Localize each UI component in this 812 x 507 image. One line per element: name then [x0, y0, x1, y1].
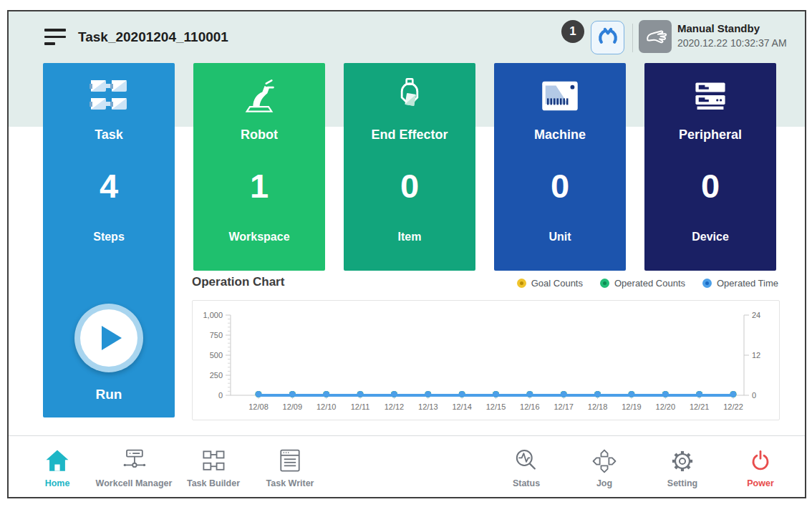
card-machine[interactable]: Machine 0 Unit [494, 63, 626, 271]
setting-gear-icon [668, 445, 697, 475]
power-icon [746, 445, 775, 475]
svg-text:24: 24 [752, 311, 760, 319]
nav-task-writer[interactable]: Task Writer [243, 445, 337, 493]
task-icon [43, 74, 175, 117]
hamburger-icon [44, 29, 66, 32]
operated-counts-dot-icon [600, 279, 609, 288]
nav-divider [9, 435, 805, 436]
card-value: 0 [344, 166, 475, 206]
svg-text:12/19: 12/19 [622, 402, 642, 411]
gripper-icon [594, 24, 622, 52]
robot-mode-status: Manual Standby 2020.12.22 10:32:37 AM [677, 22, 787, 49]
chart-legend: Goal Counts Operated Counts Operated Tim… [517, 278, 778, 289]
svg-text:12/11: 12/11 [351, 402, 370, 411]
card-value: 0 [644, 166, 776, 206]
legend-label: Goal Counts [531, 278, 583, 289]
svg-text:12/10: 12/10 [316, 402, 337, 411]
operation-chart: 02505007501,0000122412/0812/0912/1012/11… [193, 301, 778, 418]
chart-title: Operation Chart [192, 275, 284, 289]
status-icon [512, 445, 541, 475]
header-divider [632, 24, 633, 52]
svg-text:12/15: 12/15 [486, 402, 506, 411]
menu-button[interactable] [44, 29, 66, 45]
card-name: End Effector [344, 127, 475, 143]
svg-text:12: 12 [752, 351, 760, 359]
card-name: Machine [494, 127, 626, 143]
svg-text:12/21: 12/21 [690, 402, 710, 411]
svg-text:0: 0 [752, 391, 756, 400]
card-value: 4 [43, 166, 175, 206]
task-writer-icon [276, 445, 304, 475]
card-unit: Item [344, 231, 475, 243]
card-unit: Steps [43, 231, 175, 243]
operated-time-dot-icon [702, 279, 712, 288]
nav-power[interactable]: Power [714, 445, 806, 493]
card-name: Peripheral [644, 127, 776, 143]
peripheral-icon [644, 74, 776, 117]
svg-text:12/08: 12/08 [248, 402, 269, 411]
svg-text:12/17: 12/17 [554, 402, 574, 411]
svg-text:750: 750 [210, 331, 223, 339]
card-robot[interactable]: Robot 1 Workspace [193, 63, 325, 271]
manual-mode-button[interactable] [639, 20, 672, 53]
page-title: Task_20201204_110001 [78, 29, 228, 45]
card-value: 1 [193, 166, 325, 206]
home-icon [43, 445, 72, 475]
hand-icon [642, 24, 668, 49]
card-unit: Workspace [193, 231, 325, 243]
svg-text:0: 0 [218, 391, 223, 400]
legend-label: Operated Counts [614, 278, 685, 289]
svg-text:12/13: 12/13 [418, 402, 438, 411]
mode-label: Manual Standby [677, 22, 787, 34]
goal-counts-dot-icon [517, 279, 526, 288]
robot-arm-icon [193, 74, 325, 117]
run-label: Run [43, 387, 175, 402]
task-builder-icon [199, 445, 228, 475]
card-end-effector[interactable]: End Effector 0 Item [344, 63, 475, 271]
play-icon [102, 326, 122, 350]
operation-chart-panel: 02505007501,0000122412/0812/0912/1012/11… [192, 300, 780, 420]
svg-text:12/22: 12/22 [723, 402, 743, 411]
machine-icon [494, 74, 626, 117]
svg-text:12/18: 12/18 [588, 402, 608, 411]
legend-label: Operated Time [717, 278, 778, 289]
svg-text:12/14: 12/14 [452, 402, 472, 411]
card-value: 0 [494, 166, 626, 206]
legend-operated-time: Operated Time [702, 278, 778, 289]
workcell-manager-icon [119, 445, 149, 475]
card-peripheral[interactable]: Peripheral 0 Device [644, 63, 776, 271]
card-task[interactable]: Task 4 Steps Run [43, 63, 175, 417]
legend-operated-counts: Operated Counts [600, 278, 685, 289]
end-effector-icon [344, 74, 475, 117]
svg-text:1,000: 1,000 [203, 311, 223, 319]
legend-goal-counts: Goal Counts [517, 278, 583, 289]
card-unit: Device [644, 231, 776, 243]
step-annotation-badge: 1 [561, 20, 584, 43]
card-name: Robot [193, 127, 325, 143]
teach-pendant-screen: Task_20201204_110001 1 Manual Standby 20… [7, 10, 806, 498]
tool-gripper-button[interactable] [591, 21, 624, 54]
app-screenshot: Task_20201204_110001 1 Manual Standby 20… [0, 0, 812, 507]
run-button[interactable] [74, 304, 143, 372]
svg-text:12/12: 12/12 [385, 402, 405, 411]
mode-timestamp: 2020.12.22 10:32:37 AM [677, 37, 787, 49]
svg-text:250: 250 [210, 371, 223, 380]
svg-text:500: 500 [210, 351, 223, 359]
card-name: Task [43, 127, 175, 143]
svg-text:12/09: 12/09 [283, 402, 303, 411]
card-unit: Unit [494, 231, 626, 243]
jog-icon [590, 445, 619, 475]
svg-text:12/20: 12/20 [656, 402, 676, 411]
svg-text:12/16: 12/16 [520, 402, 540, 411]
